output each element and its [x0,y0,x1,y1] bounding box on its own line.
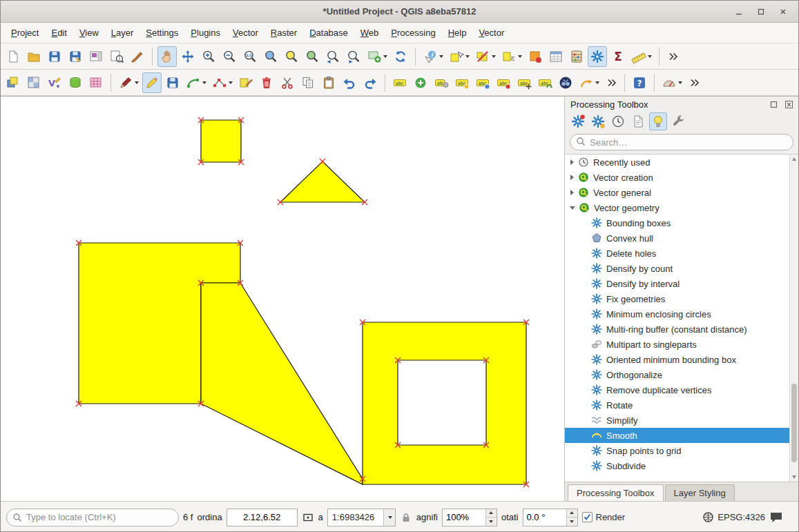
new-geopackage-layer-button[interactable] [66,72,85,93]
maximize-button[interactable] [753,3,769,20]
save-project-as-button[interactable] [66,46,85,67]
spin-down-button[interactable] [486,518,497,526]
vertex-tool-button[interactable] [210,72,235,93]
dropdown-arrow-icon[interactable] [135,81,139,84]
angle-tool-button[interactable] [660,72,684,93]
scale-combo-arrow[interactable] [383,509,395,526]
toggle-editing-button[interactable] [142,72,162,93]
scroll-down-arrow[interactable] [792,475,796,479]
scripts-button[interactable] [589,112,607,130]
menu-vector[interactable]: Vector [227,24,264,41]
menu-plugins[interactable]: Plugins [184,24,227,41]
delete-selected-button[interactable] [257,72,276,93]
shape-right-rect[interactable] [363,322,526,484]
tree-item-recently-used[interactable]: Recently used [565,155,789,170]
menu-processing[interactable]: Processing [385,24,441,41]
tree-item-oriented-minimum-bounding-box[interactable]: Oriented minimum bounding box [565,352,789,367]
rotate-label-button[interactable]: abc [535,72,555,93]
menu-layer[interactable]: Layer [105,24,140,41]
new-project-button[interactable] [3,46,23,67]
menu-web[interactable]: Web [354,24,385,41]
collapse-arrow-icon[interactable] [570,206,575,210]
paste-features-button[interactable] [319,72,338,93]
new-map-view-button[interactable] [365,46,389,67]
tab-layer-styling[interactable]: Layer Styling [665,484,735,501]
digitize-with-curve-button[interactable] [184,72,209,93]
zoom-in-button[interactable] [199,46,218,67]
zoom-to-layer-button[interactable] [302,46,322,67]
refresh-button[interactable] [391,46,410,67]
dropdown-arrow-icon[interactable] [595,81,599,84]
menu-edit[interactable]: Edit [45,24,73,41]
expand-arrow-icon[interactable] [570,175,574,180]
tab-processing-toolbox[interactable]: Processing Toolbox [568,484,664,501]
messages-button[interactable] [769,511,783,524]
dropdown-arrow-icon[interactable] [202,81,206,84]
redo-button[interactable] [360,72,380,93]
rotation-input[interactable] [523,509,566,526]
tree-item-vector-geometry[interactable]: Vector geometry [565,200,789,215]
help-button[interactable]: ? [630,72,649,93]
shape-triangle[interactable] [280,161,365,202]
tree-item-rotate[interactable]: Rotate [565,397,789,413]
options-button[interactable] [669,112,687,130]
label-options-button[interactable]: ab [432,72,451,93]
spin-up-button[interactable] [486,509,497,518]
expand-arrow-icon[interactable] [570,190,574,195]
tree-item-convex-hull[interactable]: Convex hull [565,230,789,246]
map-canvas[interactable] [1,96,564,501]
render-checkbox[interactable] [582,512,593,522]
scroll-thumb[interactable] [791,384,797,462]
locator-input[interactable] [22,512,173,522]
select-features-button[interactable] [447,46,472,67]
results-viewer-button[interactable] [629,112,647,130]
add-raster-layer-button[interactable] [24,72,44,93]
measure-button[interactable] [629,46,654,67]
new-print-layout-button[interactable] [86,46,106,67]
highlight-labels-button[interactable]: abc [452,72,472,93]
statistical-summary-button[interactable]: Σ [608,46,628,67]
tree-item-vector-general[interactable]: Vector general [565,185,789,200]
dropdown-arrow-icon[interactable] [439,55,443,58]
labeling-overflow-button[interactable] [603,72,619,93]
layout-manager-button[interactable] [107,46,126,67]
dropdown-arrow-icon[interactable] [465,55,470,58]
dropdown-arrow-icon[interactable] [678,81,682,84]
save-layer-edits-button[interactable] [163,72,182,93]
style-manager-button[interactable] [128,46,147,67]
coordinate-input[interactable] [227,509,298,526]
search-features-button[interactable] [556,72,575,93]
dropdown-arrow-icon[interactable] [648,55,652,58]
spin-down-button[interactable] [567,518,577,526]
field-calculator-button[interactable] [567,46,586,67]
tree-item-multi-ring-buffer-constant-distance[interactable]: Multi-ring buffer (constant distance) [565,322,789,337]
dropdown-arrow-icon[interactable] [383,55,387,58]
pan-map-button[interactable] [157,46,177,67]
tree-item-subdivide[interactable]: Subdivide [565,458,789,473]
save-project-button[interactable] [45,46,64,67]
menu-help[interactable]: Help [442,24,473,41]
tree-item-bounding-boxes[interactable]: Bounding boxes [565,215,789,230]
menu-settings[interactable]: Settings [139,24,184,41]
dropdown-arrow-icon[interactable] [229,81,233,84]
scroll-up-arrow[interactable] [792,157,796,161]
menu-view[interactable]: View [73,24,105,41]
tree-item-snap-points-to-grid[interactable]: Snap points to grid [565,443,789,458]
tree-item-delete-holes[interactable]: Delete holes [565,246,789,261]
cut-features-button[interactable] [278,72,297,93]
identify-features-button[interactable]: i [421,46,445,67]
data-source-manager-button[interactable] [3,72,23,93]
extent-toggle-icon[interactable] [302,511,314,524]
shape-band[interactable] [201,283,363,484]
edit-in-place-button[interactable] [649,112,667,130]
move-label-button[interactable]: abc [514,72,534,93]
expand-arrow-icon[interactable] [570,159,574,165]
tree-item-remove-duplicate-vertices[interactable]: Remove duplicate vertices [565,382,789,397]
spin-up-button[interactable] [567,509,577,518]
zoom-full-button[interactable] [261,46,280,67]
pan-to-selection-button[interactable] [178,46,198,67]
dropdown-arrow-icon[interactable] [492,55,496,58]
pin-labels-button[interactable]: abc [473,72,492,93]
layer-labeling-button[interactable]: abc [390,72,410,93]
tree-item-fix-geometries[interactable]: Fix geometries [565,291,789,306]
